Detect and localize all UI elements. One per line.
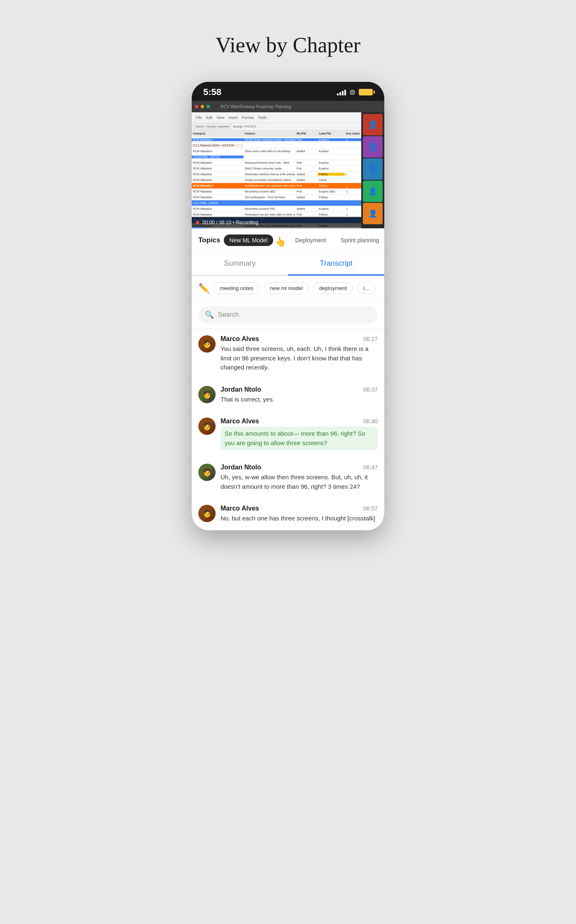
message-content-5: Marco Alves 06:57 No, but each one has t… [221,505,378,523]
ss-cell-1-1: RCM Migration [192,138,244,141]
message-time-1: 06:27 [363,336,378,342]
ss-cell-13-1: RCM Migration [192,207,244,210]
avatar-jordan-2: 🧑 [198,464,216,481]
ss-col-ml: ML/PM [295,132,318,135]
topic-chip-deployment[interactable]: Deployment [289,234,332,246]
video-area[interactable]: RCV Web/Desktop Roadmap Planning File Ed… [192,101,384,228]
view-tabs: Summary Transcript [192,253,384,276]
ss-data-row-5: RCM Migration Advanced Rooms timer only … [192,160,384,166]
edit-tags-icon[interactable]: ✏️ [198,283,209,294]
ss-data-row-12: 3.3.3 PRE - 3/16/22 [192,200,384,206]
signal-bar-1 [337,93,339,95]
toolbar-view: View [215,116,226,120]
ss-cell-11-3: Added [295,196,318,199]
message-text-5: No, but each one has three screens, I th… [221,514,378,523]
message-name-4: Jordan Ntolo [221,464,261,471]
message-content-3: Marco Alves 06:40 So this amounts to abo… [221,418,378,450]
ss-col-category: Category [192,132,244,135]
messages-list: 🧑 Marco Alves 06:27 You said three scree… [192,329,384,530]
window-close-dot [195,105,198,108]
message-time-4: 06:47 [363,464,378,471]
avatar-face-jordan-1: 🧑 [198,386,216,403]
message-item-5: 🧑 Marco Alves 06:57 No, but each one has… [192,498,384,530]
participant-avatar-1: 👤 [363,114,383,135]
ss-col-lead: Lead PM [318,132,345,135]
ss-data-row-10: RCM Migration Recording consent (BE) Pod… [192,189,384,195]
page-title: View by Chapter [216,33,360,57]
topic-chip-new-ml-model[interactable]: New ML Model [224,234,274,246]
status-icons: ⊜ [337,88,373,97]
ss-data-row-2: 3.3.1 Planned (3/30) + 4/15 ETA [192,143,384,149]
tab-summary[interactable]: Summary [192,253,288,275]
ss-cell-7-1: RCM Migration [192,173,244,176]
ss-cell-14-4: Polling [318,213,345,216]
ss-data-row-8: RCM Migration Simple persistent annotati… [192,177,384,183]
ss-cell-13-2: Recording consent (FE) [244,207,295,210]
ss-col-feature: Feature [244,132,295,135]
spreadsheet-title: RCV Web/Desktop Roadmap Planning [221,104,291,109]
participant-avatar-5: 👤 [363,203,383,224]
recording-time: 00:00 / 36:10 • Recording [202,220,258,225]
ss-data-row-13: RCM Migration Recording consent (FE) Add… [192,206,384,212]
message-text-1: You said three screens, uh, each. Uh, I … [221,344,378,372]
message-text-2: That is correct, yes. [221,395,378,404]
message-header-2: Jordan Ntolo 06:37 [221,386,378,393]
ss-cell-6-1: RCM Migration [192,167,244,170]
avatar-marco-3: 🧑 [198,505,216,522]
message-header-5: Marco Alves 06:57 [221,505,378,512]
participant-avatar-4: 👤 [363,181,383,202]
toolbar-format: Format [240,116,255,120]
ss-cell-3-4: Eugene [318,150,345,153]
ss-cell-6-2: [MAC] Share computer audio [244,167,295,170]
ss-cell-14-3: Pod [295,213,318,216]
message-header-4: Jordan Ntolo 06:47 [221,464,378,471]
topic-chip-sprint-planning[interactable]: Sprint planning [335,234,384,246]
ss-data-row-9: RCM Migration Host/Moderator can spotlig… [192,183,384,189]
message-name-5: Marco Alves [221,505,259,512]
message-name-1: Marco Alves [221,335,259,343]
ss-cell-1-2: [RFM] Share computer audio - Integrate i… [244,138,295,141]
search-input[interactable]: Search [218,311,239,318]
ss-cell-8-1: RCM Migration [192,179,244,181]
avatar-marco-2: 🧑 [198,418,216,435]
avatar-face-jordan-2: 🧑 [198,464,216,481]
tag-chip-deployment[interactable]: deployment [313,282,353,294]
battery-icon [359,89,373,95]
spreadsheet-toolbar: File Edit View Insert Format Tools [192,112,384,123]
message-time-3: 06:40 [363,418,378,425]
phone-container: 5:58 ⊜ RCV Web/Desktop Roadmap P [192,82,384,530]
avatar-jordan-1: 🧑 [198,386,216,403]
ss-cell-8-4: Carrie [318,179,345,181]
tag-chip-meeting-notes[interactable]: meeting notes [214,282,260,294]
ss-cell-3-3: Added [295,150,318,153]
message-header-1: Marco Alves 06:27 [221,335,378,343]
ss-cell-9-4: Polling [318,184,345,187]
ss-cell-9-3: Pod [295,184,318,187]
message-time-5: 06:57 [363,505,378,512]
tags-row: ✏️ meeting notes new ml model deployment… [192,276,384,301]
message-name-2: Jordan Ntolo [221,386,261,393]
message-time-2: 06:37 [363,386,378,393]
signal-bar-2 [339,92,341,95]
participant-avatar-3: 👤 [363,158,383,180]
ss-cell-8-3: Added [295,179,318,181]
ss-cell-11-1: RCM Migration [192,196,244,199]
message-item-1: 🧑 Marco Alves 06:27 You said three scree… [192,329,384,379]
formula-content: Assign: P1P371 [233,125,256,128]
tag-chip-more[interactable]: i... [357,282,375,294]
avatar-face-marco-3: 🧑 [198,505,216,522]
search-bar[interactable]: 🔍 Search [198,306,378,323]
message-content-2: Jordan Ntolo 06:37 That is correct, yes. [221,386,378,404]
ss-cell-14-1: RCM Migration [192,213,244,216]
message-text-3: So this amounts to about— more than 96, … [221,427,378,450]
ss-data-row-11: RCM Migration 920 participants - Post GA… [192,195,384,200]
tag-chip-new-ml-model[interactable]: new ml model [264,282,309,294]
ss-cell-7-2: Download meeting chat as a file (phase 1… [244,173,295,176]
ss-cell-5-4: Eugene [318,161,345,164]
main-content: ✏️ meeting notes new ml model deployment… [192,276,384,530]
status-bar: 5:58 ⊜ [192,82,384,101]
ss-data-row-3: RCM Migration Show more video tiles in r… [192,149,384,154]
tab-transcript[interactable]: Transcript [288,253,384,276]
signal-bar-3 [342,91,344,95]
signal-bar-4 [344,90,346,95]
